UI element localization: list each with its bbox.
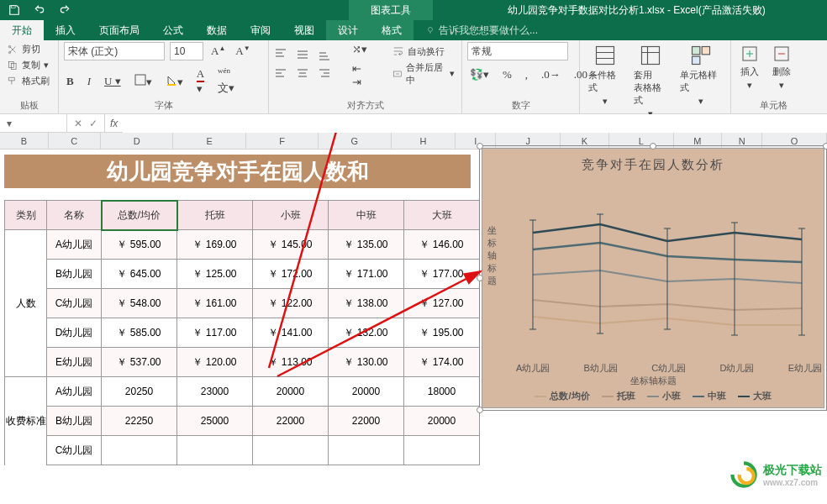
data-cell[interactable]: ￥ 122.00 bbox=[253, 289, 329, 318]
table-format-button[interactable]: 套用 表格格式▾ bbox=[630, 42, 671, 121]
wrap-text-button[interactable]: 自动换行 bbox=[391, 45, 456, 59]
number-format-combo[interactable]: 常规 bbox=[467, 42, 568, 60]
worksheet-area[interactable]: B C D E F G H I J K L M N O 幼儿园竞争对手在园人数和… bbox=[0, 133, 827, 504]
header-name[interactable]: 名称 bbox=[47, 201, 102, 230]
align-right-icon[interactable] bbox=[318, 67, 336, 83]
data-cell[interactable]: 22000 bbox=[253, 407, 329, 436]
formula-input[interactable] bbox=[123, 114, 827, 133]
chart-title[interactable]: 竞争对手在园人数分析 bbox=[482, 149, 824, 178]
data-cell[interactable]: 18000 bbox=[404, 377, 480, 407]
chart-x-axis-title[interactable]: 坐标轴标题 bbox=[482, 375, 824, 387]
data-cell[interactable]: ￥ 135.00 bbox=[329, 230, 404, 260]
tab-layout[interactable]: 页面布局 bbox=[87, 20, 151, 40]
data-cell[interactable]: ￥ 138.00 bbox=[329, 289, 404, 318]
chart-y-axis-title[interactable]: 坐标轴标题 bbox=[487, 224, 499, 287]
name-cell[interactable]: A幼儿园 bbox=[47, 377, 102, 407]
group-label-cell[interactable]: 人数 bbox=[5, 230, 47, 377]
fx-icon[interactable]: fx bbox=[105, 118, 123, 129]
data-cell[interactable]: 22250 bbox=[102, 407, 177, 436]
data-cell[interactable]: ￥ 645.00 bbox=[102, 260, 177, 289]
align-bottom-icon[interactable] bbox=[318, 48, 336, 64]
col-header[interactable]: J bbox=[496, 133, 561, 149]
header-col[interactable]: 总数/均价 bbox=[102, 201, 177, 230]
header-col[interactable]: 托班 bbox=[177, 201, 253, 230]
data-cell[interactable]: ￥ 132.00 bbox=[329, 318, 404, 348]
data-cell[interactable]: ￥ 141.00 bbox=[253, 318, 329, 348]
enter-formula-icon[interactable]: ✓ bbox=[89, 118, 97, 129]
align-top-icon[interactable] bbox=[274, 48, 292, 64]
name-cell[interactable]: A幼儿园 bbox=[47, 230, 102, 260]
data-cell[interactable]: ￥ 127.00 bbox=[404, 289, 480, 318]
name-cell[interactable]: C幼儿园 bbox=[47, 436, 102, 465]
underline-button[interactable]: U ▾ bbox=[102, 74, 124, 89]
copy-button[interactable]: 复制▾ bbox=[5, 58, 53, 72]
tab-insert[interactable]: 插入 bbox=[44, 20, 87, 40]
col-header[interactable]: G bbox=[319, 133, 391, 149]
orientation-button[interactable]: ⤭▾ bbox=[350, 42, 377, 57]
phonetic-button[interactable]: wén文▾ bbox=[215, 66, 237, 97]
redo-icon[interactable] bbox=[59, 4, 71, 16]
col-header[interactable]: O bbox=[762, 133, 827, 149]
data-cell[interactable]: 20000 bbox=[329, 377, 404, 407]
percent-format-icon[interactable]: % bbox=[500, 67, 514, 82]
data-cell[interactable]: ￥ 146.00 bbox=[404, 230, 480, 260]
header-col[interactable]: 大班 bbox=[404, 201, 480, 230]
conditional-format-button[interactable]: 条件格式▾ bbox=[585, 42, 625, 121]
col-header[interactable]: I bbox=[456, 133, 496, 149]
data-cell[interactable]: ￥ 120.00 bbox=[177, 348, 253, 377]
tell-me-search[interactable]: 告诉我您想要做什么... bbox=[414, 20, 550, 40]
data-cell[interactable] bbox=[404, 436, 480, 465]
data-cell[interactable]: 20250 bbox=[102, 377, 177, 407]
undo-icon[interactable] bbox=[34, 4, 45, 16]
data-cell[interactable]: ￥ 537.00 bbox=[102, 348, 177, 377]
data-cell[interactable]: ￥ 174.00 bbox=[404, 348, 480, 377]
increase-indent-icon[interactable]: ⇥ bbox=[350, 75, 364, 89]
save-icon[interactable] bbox=[8, 4, 20, 16]
col-header[interactable]: B bbox=[0, 133, 49, 149]
group-label-cell[interactable]: 收费标准 bbox=[5, 377, 47, 465]
data-cell[interactable]: ￥ 172.00 bbox=[253, 260, 329, 289]
italic-button[interactable]: I bbox=[85, 74, 93, 89]
data-cell[interactable]: 22000 bbox=[329, 407, 404, 436]
decrease-indent-icon[interactable]: ⇤ bbox=[350, 61, 364, 76]
tab-home[interactable]: 开始 bbox=[0, 20, 44, 40]
embedded-chart[interactable]: 竞争对手在园人数分析 坐标轴标题 A幼儿园 B幼儿园 C幼儿园 D幼儿园 E幼儿… bbox=[482, 148, 824, 408]
font-color-button[interactable]: A▾ bbox=[194, 66, 207, 97]
col-header[interactable]: D bbox=[101, 133, 173, 149]
data-cell[interactable]: ￥ 145.00 bbox=[253, 230, 329, 260]
data-cell[interactable]: ￥ 595.00 bbox=[102, 230, 177, 260]
fill-color-button[interactable]: ▾ bbox=[163, 73, 186, 90]
data-cell[interactable]: ￥ 585.00 bbox=[102, 318, 177, 348]
border-button[interactable]: ▾ bbox=[132, 73, 155, 90]
name-box[interactable]: ▾ bbox=[0, 114, 67, 133]
name-cell[interactable]: B幼儿园 bbox=[47, 407, 102, 436]
delete-cells-button[interactable]: 删除▾ bbox=[768, 42, 795, 92]
name-cell[interactable]: E幼儿园 bbox=[47, 348, 102, 377]
col-header[interactable]: H bbox=[392, 133, 456, 149]
data-cell[interactable]: ￥ 130.00 bbox=[329, 348, 404, 377]
merge-center-button[interactable]: 合并后居中▾ bbox=[391, 60, 456, 87]
align-center-icon[interactable] bbox=[296, 67, 314, 83]
data-cell[interactable]: ￥ 113.00 bbox=[253, 348, 329, 377]
data-cell[interactable]: ￥ 169.00 bbox=[177, 230, 253, 260]
cut-button[interactable]: 剪切 bbox=[5, 42, 53, 56]
cell-style-button[interactable]: 单元格样式▾ bbox=[677, 42, 725, 121]
cancel-formula-icon[interactable]: ✕ bbox=[74, 118, 82, 129]
decrease-font-icon[interactable]: A▼ bbox=[233, 44, 252, 59]
data-cell[interactable]: 20000 bbox=[253, 377, 329, 407]
tab-format[interactable]: 格式 bbox=[370, 20, 414, 40]
increase-font-icon[interactable]: A▲ bbox=[208, 44, 228, 59]
data-cell[interactable]: ￥ 125.00 bbox=[177, 260, 253, 289]
tab-formulas[interactable]: 公式 bbox=[151, 20, 195, 40]
font-name-combo[interactable]: 宋体 (正文) bbox=[64, 42, 165, 60]
tab-review[interactable]: 审阅 bbox=[239, 20, 282, 40]
data-cell[interactable] bbox=[177, 436, 253, 465]
bold-button[interactable]: B bbox=[64, 74, 76, 89]
data-cell[interactable] bbox=[253, 436, 329, 465]
header-category[interactable]: 类别 bbox=[5, 201, 47, 230]
data-cell[interactable]: 23000 bbox=[177, 377, 253, 407]
data-cell[interactable]: ￥ 548.00 bbox=[102, 289, 177, 318]
name-cell[interactable]: C幼儿园 bbox=[47, 289, 102, 318]
data-cell[interactable]: ￥ 117.00 bbox=[177, 318, 253, 348]
col-header[interactable]: L bbox=[609, 133, 674, 149]
